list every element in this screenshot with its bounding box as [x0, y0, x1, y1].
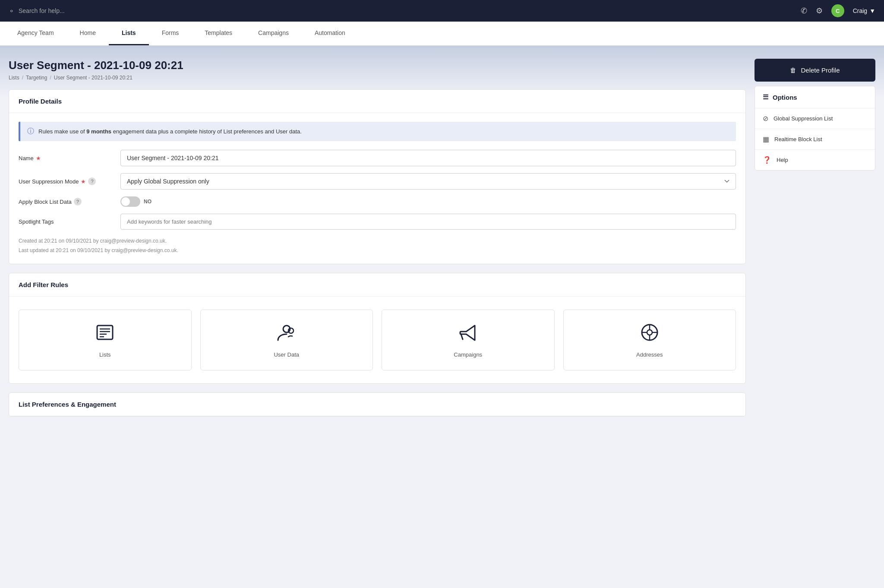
- spotlight-field-row: Spotlight Tags: [19, 214, 736, 230]
- info-banner: ⓘ Rules make use of 9 months engagement …: [19, 122, 736, 141]
- svg-line-7: [461, 334, 463, 339]
- options-card: ☰ Options ⊘ Global Suppression List ▦ Re…: [755, 86, 875, 171]
- lists-icon: [95, 322, 115, 347]
- campaigns-icon: [458, 322, 478, 347]
- toggle-wrap: NO: [120, 196, 152, 207]
- block-list-label: Apply Block List Data ?: [19, 198, 114, 205]
- filter-icons-row: Lists User Data: [19, 305, 736, 375]
- updated-at: Last updated at 20:21 on 09/10/2021 by c…: [19, 246, 736, 256]
- options-title: Options: [773, 94, 797, 101]
- name-label: Name ★: [19, 155, 114, 161]
- realtime-icon: ▦: [763, 135, 769, 143]
- user-data-icon: [276, 322, 297, 347]
- tab-agency-team[interactable]: Agency Team: [4, 22, 67, 45]
- block-list-help-icon[interactable]: ?: [74, 198, 82, 205]
- gear-icon[interactable]: ⚙: [816, 6, 823, 16]
- suppression-field-row: User Suppression Mode ★ ? Apply Global S…: [19, 173, 736, 190]
- tab-home[interactable]: Home: [67, 22, 109, 45]
- profile-details-body: ⓘ Rules make use of 9 months engagement …: [9, 113, 745, 264]
- breadcrumb-targeting[interactable]: Targeting: [26, 75, 47, 81]
- toggle-label: NO: [144, 199, 152, 205]
- filter-rules-header: Add Filter Rules: [9, 273, 745, 297]
- meta-info: Created at 20:21 on 09/10/2021 by craig@…: [19, 237, 736, 255]
- tab-templates[interactable]: Templates: [192, 22, 245, 45]
- breadcrumb-current: User Segment - 2021-10-09 20:21: [54, 75, 133, 81]
- delete-profile-button[interactable]: 🗑 Delete Profile: [755, 59, 875, 82]
- help-label: Help: [777, 157, 788, 163]
- tab-automation[interactable]: Automation: [302, 22, 358, 45]
- trash-icon: 🗑: [790, 66, 796, 74]
- profile-details-header: Profile Details: [9, 90, 745, 113]
- profile-details-card: Profile Details ⓘ Rules make use of 9 mo…: [9, 89, 746, 264]
- filter-lists[interactable]: Lists: [19, 310, 192, 370]
- list-preferences-card: List Preferences & Engagement: [9, 392, 746, 417]
- topbar-right: ✆ ⚙ C Craig ▼: [801, 4, 875, 17]
- name-field-row: Name ★: [19, 150, 736, 166]
- search-icon: ⚬: [9, 7, 14, 15]
- options-header: ☰ Options: [755, 86, 875, 108]
- tab-bar: Agency Team Home Lists Forms Templates C…: [0, 22, 884, 46]
- user-menu[interactable]: Craig ▼: [853, 7, 875, 14]
- filter-campaigns[interactable]: Campaigns: [382, 310, 555, 370]
- block-list-toggle[interactable]: [120, 196, 140, 207]
- name-input[interactable]: [120, 150, 736, 166]
- search-area[interactable]: ⚬ Search for help...: [9, 7, 65, 15]
- help-circle-icon: ❓: [763, 156, 771, 164]
- tab-campaigns[interactable]: Campaigns: [245, 22, 302, 45]
- page-title: User Segment - 2021-10-09 20:21: [9, 59, 746, 72]
- filter-addresses[interactable]: Addresses: [563, 310, 736, 370]
- filter-campaigns-label: Campaigns: [454, 351, 482, 358]
- page-title-section: User Segment - 2021-10-09 20:21 Lists / …: [9, 59, 746, 81]
- required-star-2: ★: [81, 178, 86, 185]
- required-star: ★: [36, 155, 41, 161]
- block-circle-icon: ⊘: [763, 114, 768, 123]
- tab-lists[interactable]: Lists: [109, 22, 149, 45]
- info-text-rest: engagement data plus a complete history …: [111, 128, 302, 135]
- tab-forms[interactable]: Forms: [149, 22, 192, 45]
- months-highlight: 9 months: [86, 128, 111, 135]
- right-sidebar: 🗑 Delete Profile ☰ Options ⊘ Global Supp…: [755, 59, 875, 578]
- options-icon: ☰: [763, 93, 768, 101]
- suppression-select[interactable]: Apply Global Suppression only Apply All …: [120, 173, 736, 190]
- topbar: ⚬ Search for help... ✆ ⚙ C Craig ▼: [0, 0, 884, 22]
- addresses-icon: [639, 322, 660, 347]
- filter-lists-label: Lists: [99, 351, 111, 358]
- suppression-label: User Suppression Mode ★ ?: [19, 177, 114, 185]
- global-suppression-label: Global Suppression List: [774, 115, 833, 122]
- spotlight-input[interactable]: [120, 214, 736, 230]
- list-preferences-header: List Preferences & Engagement: [9, 393, 745, 416]
- filter-user-data[interactable]: User Data: [200, 310, 373, 370]
- filter-rules-body: Lists User Data: [9, 297, 745, 383]
- avatar: C: [831, 4, 844, 17]
- headset-icon[interactable]: ✆: [801, 6, 807, 16]
- filter-user-data-label: User Data: [274, 351, 299, 358]
- created-at: Created at 20:21 on 09/10/2021 by craig@…: [19, 237, 736, 246]
- content-area: User Segment - 2021-10-09 20:21 Lists / …: [0, 46, 884, 588]
- info-icon: ⓘ: [27, 127, 34, 136]
- global-suppression-item[interactable]: ⊘ Global Suppression List: [755, 108, 875, 129]
- search-placeholder[interactable]: Search for help...: [19, 7, 65, 14]
- filter-addresses-label: Addresses: [636, 351, 663, 358]
- svg-rect-0: [97, 326, 113, 339]
- realtime-block-item[interactable]: ▦ Realtime Block List: [755, 129, 875, 150]
- toggle-knob: [121, 197, 130, 206]
- svg-point-9: [647, 330, 652, 335]
- spotlight-label: Spotlight Tags: [19, 218, 114, 225]
- main-column: User Segment - 2021-10-09 20:21 Lists / …: [9, 59, 746, 578]
- breadcrumb-lists[interactable]: Lists: [9, 75, 19, 81]
- delete-label: Delete Profile: [801, 66, 840, 74]
- realtime-block-label: Realtime Block List: [774, 136, 822, 142]
- suppression-help-icon[interactable]: ?: [88, 177, 96, 185]
- block-list-field-row: Apply Block List Data ? NO: [19, 196, 736, 207]
- help-item[interactable]: ❓ Help: [755, 150, 875, 170]
- breadcrumb: Lists / Targeting / User Segment - 2021-…: [9, 75, 746, 81]
- filter-rules-card: Add Filter Rules: [9, 273, 746, 384]
